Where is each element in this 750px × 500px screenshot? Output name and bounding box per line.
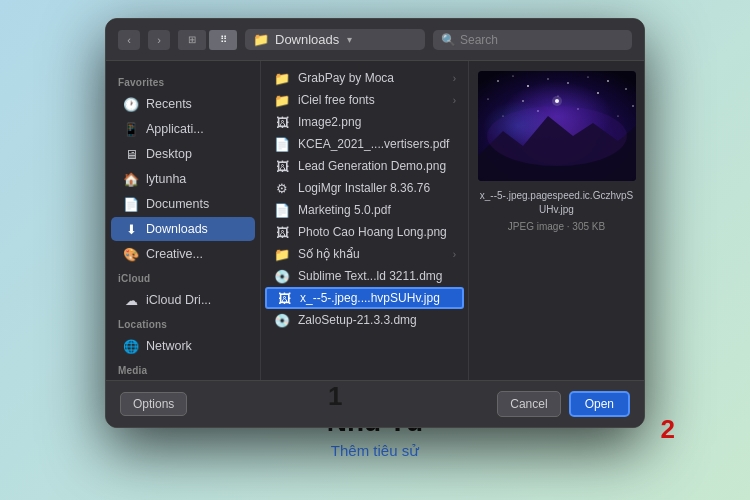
locations-label: Locations [106, 313, 260, 333]
svg-point-23 [552, 96, 562, 106]
search-box[interactable]: 🔍 Search [433, 30, 632, 50]
preview-image [478, 71, 636, 181]
pdf-icon: 📄 [273, 137, 291, 151]
location-label: Downloads [275, 32, 339, 47]
favorites-label: Favorites [106, 71, 260, 91]
options-button[interactable]: Options [120, 392, 187, 416]
folder-icon: 📁 [273, 71, 291, 85]
svg-point-7 [607, 80, 609, 82]
sidebar-item-documents[interactable]: 📄 Documents [111, 192, 255, 216]
svg-point-17 [617, 115, 618, 116]
svg-point-9 [487, 98, 488, 99]
documents-icon: 📄 [123, 196, 139, 212]
cancel-button[interactable]: Cancel [497, 391, 560, 417]
view-icon-button[interactable]: ⊞ [178, 30, 206, 50]
sidebar-item-downloads[interactable]: ⬇ Downloads [111, 217, 255, 241]
dialog-toolbar: ‹ › ⊞ ⠿ 📁 Downloads ▾ 🔍 Search [106, 19, 644, 61]
open-button[interactable]: Open [569, 391, 630, 417]
file-item-image2[interactable]: 🖼 Image2.png [261, 111, 468, 133]
back-button[interactable]: ‹ [118, 30, 140, 50]
file-open-dialog: ‹ › ⊞ ⠿ 📁 Downloads ▾ 🔍 Search Favorites… [105, 18, 645, 428]
view-buttons: ⊞ ⠿ [178, 30, 237, 50]
svg-point-6 [587, 76, 588, 77]
sidebar: Favorites 🕐 Recents 📱 Applicati... 🖥 Des… [106, 61, 261, 380]
sidebar-item-desktop[interactable]: 🖥 Desktop [111, 142, 255, 166]
chevron-right-icon: › [453, 95, 456, 106]
svg-point-13 [632, 105, 633, 106]
view-list-button[interactable]: ⠿ [209, 30, 237, 50]
pdf-icon: 📄 [273, 203, 291, 217]
svg-point-2 [512, 75, 513, 76]
file-item-photo[interactable]: 🖼 Photo Cao Hoang Long.png [261, 221, 468, 243]
chevron-down-icon: ▾ [347, 34, 352, 45]
sidebar-item-applications[interactable]: 📱 Applicati... [111, 117, 255, 141]
svg-point-8 [625, 88, 626, 89]
file-item-soho[interactable]: 📁 Số hộ khẩu › [261, 243, 468, 265]
image-icon: 🖼 [273, 159, 291, 173]
downloads-icon: ⬇ [123, 221, 139, 237]
image-icon: 🖼 [273, 225, 291, 239]
image-icon: 🖼 [275, 291, 293, 305]
file-item-selected-jpeg[interactable]: 🖼 x_--5-.jpeg....hvpSUHv.jpg [265, 287, 464, 309]
app-icon: ⚙ [273, 181, 291, 195]
applications-icon: 📱 [123, 121, 139, 137]
dmg-icon: 💿 [273, 313, 291, 327]
icloud-icon: ☁ [123, 292, 139, 308]
file-item-logimgr[interactable]: ⚙ LogiMgr Installer 8.36.76 [261, 177, 468, 199]
sidebar-item-home[interactable]: 🏠 lytunha [111, 167, 255, 191]
icloud-label: iCloud [106, 267, 260, 287]
chevron-right-icon: › [453, 249, 456, 260]
action-buttons: Cancel Open [497, 391, 630, 417]
home-icon: 🏠 [123, 171, 139, 187]
preview-panel: x_--5-.jpeg.pagespeed.ic.GczhvpSUHv.jpg … [469, 61, 644, 380]
file-list: 📁 GrabPay by Moca › 📁 iCiel free fonts ›… [261, 61, 469, 380]
bottom-bar: Options Cancel Open [106, 380, 644, 427]
forward-button[interactable]: › [148, 30, 170, 50]
svg-point-4 [547, 78, 548, 79]
sidebar-item-network[interactable]: 🌐 Network [111, 334, 255, 358]
search-icon: 🔍 [441, 33, 456, 47]
media-label: Media [106, 359, 260, 379]
creative-icon: 🎨 [123, 246, 139, 262]
image-icon: 🖼 [273, 115, 291, 129]
file-item-zalo[interactable]: 💿 ZaloSetup-21.3.3.dmg [261, 309, 468, 331]
file-item-iCiel[interactable]: 📁 iCiel free fonts › [261, 89, 468, 111]
sidebar-item-recents[interactable]: 🕐 Recents [111, 92, 255, 116]
profile-subtitle: Thêm tiêu sử [0, 442, 750, 460]
sidebar-item-icloud[interactable]: ☁ iCloud Dri... [111, 288, 255, 312]
dialog-main-area: Favorites 🕐 Recents 📱 Applicati... 🖥 Des… [106, 61, 644, 380]
file-item-grabpay[interactable]: 📁 GrabPay by Moca › [261, 67, 468, 89]
file-item-sublime[interactable]: 💿 Sublime Text...ld 3211.dmg [261, 265, 468, 287]
svg-point-21 [487, 106, 627, 166]
sidebar-item-creative[interactable]: 🎨 Creative... [111, 242, 255, 266]
folder-icon: 📁 [273, 247, 291, 261]
recents-icon: 🕐 [123, 96, 139, 112]
file-item-leadgen[interactable]: 🖼 Lead Generation Demo.png [261, 155, 468, 177]
step-number-2: 2 [661, 414, 675, 445]
desktop-icon: 🖥 [123, 146, 139, 162]
folder-icon: 📁 [273, 93, 291, 107]
network-icon: 🌐 [123, 338, 139, 354]
file-item-kcea[interactable]: 📄 KCEA_2021_....vertisers.pdf [261, 133, 468, 155]
svg-point-1 [497, 80, 499, 82]
location-bar[interactable]: 📁 Downloads ▾ [245, 29, 425, 50]
folder-icon: 📁 [253, 32, 269, 47]
dmg-icon: 💿 [273, 269, 291, 283]
chevron-right-icon: › [453, 73, 456, 84]
preview-type: JPEG image · 305 KB [508, 221, 605, 232]
step-number-1: 1 [328, 381, 342, 412]
search-placeholder: Search [460, 33, 498, 47]
file-item-marketing[interactable]: 📄 Marketing 5.0.pdf [261, 199, 468, 221]
preview-filename: x_--5-.jpeg.pagespeed.ic.GczhvpSUHv.jpg [477, 189, 636, 217]
